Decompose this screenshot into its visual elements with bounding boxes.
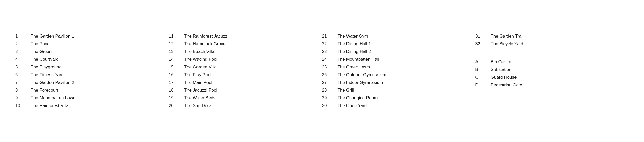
- legend-row: [475, 50, 629, 53]
- legend-label: The Fitness Yard: [31, 72, 64, 77]
- legend-number: 10: [15, 103, 31, 108]
- legend-row: 27The Indoor Gymnasium: [322, 79, 475, 86]
- legend-number: 14: [169, 57, 184, 62]
- legend-number: A: [475, 59, 491, 65]
- legend-row: 15The Garden Villa: [169, 63, 322, 71]
- legend-label: The Mountbatten Hall: [338, 57, 379, 62]
- legend-row: 5The Playground: [15, 63, 169, 71]
- legend-number: 2: [15, 41, 31, 47]
- legend-column-4: 31The Garden Trail32The Bicycle YardABin…: [475, 32, 629, 110]
- legend-label: The Hammock Grove: [184, 41, 226, 47]
- legend-row: 11The Rainforest Jacuzzi: [169, 32, 322, 40]
- legend-row: 8The Forecourt: [15, 86, 169, 94]
- legend-number: 8: [15, 88, 31, 93]
- legend-number: 21: [322, 34, 338, 39]
- legend-row: [475, 53, 629, 56]
- legend-row: 25The Green Lawn: [322, 63, 475, 71]
- legend-label: The Garden Villa: [184, 65, 217, 70]
- legend-number: 16: [169, 72, 184, 77]
- legend-number: 24: [322, 57, 338, 62]
- legend-number: 11: [169, 34, 184, 39]
- legend-label: The Forecourt: [31, 88, 58, 93]
- legend-row: 10The Rainforest Villa: [15, 102, 169, 110]
- legend-number: 27: [322, 80, 338, 85]
- legend-label: The Green Lawn: [338, 65, 370, 70]
- legend-label: The Playground: [31, 65, 62, 70]
- legend-label: The Changing Room: [338, 95, 378, 101]
- legend-number: 19: [169, 95, 184, 101]
- legend-number: 7: [15, 80, 31, 85]
- legend-label: The Green: [31, 49, 52, 54]
- legend-number: 28: [322, 88, 338, 93]
- legend-label: The Beach Villa: [184, 49, 215, 54]
- legend-label: The Water Beds: [184, 95, 215, 101]
- legend-label: The Indoor Gymnasium: [338, 80, 383, 85]
- legend-row: 3The Green: [15, 48, 169, 56]
- legend-label: The Water Gym: [338, 34, 368, 39]
- legend-row: 13The Beach Villa: [169, 48, 322, 56]
- legend-row: ABin Centre: [475, 58, 629, 66]
- legend-label: The Jacuzzi Pool: [184, 88, 217, 93]
- legend-row: 21The Water Gym: [322, 32, 475, 40]
- legend-row: CGuard House: [475, 74, 629, 81]
- legend-number: 29: [322, 95, 338, 101]
- legend-row: BSubstation: [475, 66, 629, 74]
- legend-number: 4: [15, 57, 31, 62]
- legend-number: 5: [15, 65, 31, 70]
- legend-label: The Bicycle Yard: [491, 41, 523, 47]
- legend-label: The Grill: [338, 88, 354, 93]
- legend-label: The Garden Pavilion 2: [31, 80, 74, 85]
- legend-number: 23: [322, 49, 338, 54]
- legend-column-3: 21The Water Gym22The Dining Hall 123The …: [322, 32, 475, 110]
- legend-number: 12: [169, 41, 184, 47]
- legend-row: [475, 48, 629, 50]
- legend-row: 29The Changing Room: [322, 94, 475, 102]
- legend-label: The Dining Hall 2: [338, 49, 371, 54]
- legend-label: The Garden Pavilion 1: [31, 34, 74, 39]
- legend-number: 18: [169, 88, 184, 93]
- legend-number: B: [475, 67, 491, 72]
- legend-label: The Sun Deck: [184, 103, 212, 108]
- legend-row: 1The Garden Pavilion 1: [15, 32, 169, 40]
- legend-number: 1: [15, 34, 31, 39]
- legend-number: 26: [322, 72, 338, 77]
- legend-label: The Open Yard: [338, 103, 367, 108]
- legend-row: 17The Main Pool: [169, 79, 322, 86]
- legend-row: 24The Mountbatten Hall: [322, 56, 475, 63]
- legend-row: 19The Water Beds: [169, 94, 322, 102]
- legend-row: 22The Dining Hall 1: [322, 40, 475, 48]
- legend-row: 18The Jacuzzi Pool: [169, 86, 322, 94]
- legend-label: The Main Pool: [184, 80, 212, 85]
- legend-row: 31The Garden Trail: [475, 32, 629, 40]
- legend-number: 32: [475, 41, 491, 47]
- legend-row: DPedestrian Gate: [475, 81, 629, 89]
- legend-row: 12The Hammock Grove: [169, 40, 322, 48]
- legend-row: 2The Pond: [15, 40, 169, 48]
- legend-number: 9: [15, 95, 31, 101]
- legend-row: 20The Sun Deck: [169, 102, 322, 110]
- legend-row: 23The Dining Hall 2: [322, 48, 475, 56]
- legend-label: Guard House: [491, 75, 517, 80]
- legend-number: 22: [322, 41, 338, 47]
- legend-row: 16The Play Pool: [169, 71, 322, 79]
- legend-number: 3: [15, 49, 31, 54]
- legend-number: 25: [322, 65, 338, 70]
- legend-row: 26The Outdoor Gymnasium: [322, 71, 475, 79]
- legend-row: 9The Mountbatten Lawn: [15, 94, 169, 102]
- legend-number: 6: [15, 72, 31, 77]
- legend-row: 4The Courtyard: [15, 56, 169, 63]
- legend-number: C: [475, 75, 491, 80]
- legend-label: The Pond: [31, 41, 50, 47]
- legend-label: The Dining Hall 1: [338, 41, 371, 47]
- legend-number: 31: [475, 34, 491, 39]
- legend-row: 14The Wading Pool: [169, 56, 322, 63]
- legend-container: 1The Garden Pavilion 12The Pond3The Gree…: [0, 22, 644, 120]
- legend-label: The Outdoor Gymnasium: [338, 72, 387, 77]
- legend-column-2: 11The Rainforest Jacuzzi12The Hammock Gr…: [169, 32, 322, 110]
- legend-number: 30: [322, 103, 338, 108]
- legend-label: The Mountbatten Lawn: [31, 95, 75, 101]
- legend-row: 32The Bicycle Yard: [475, 40, 629, 48]
- legend-row: 6The Fitness Yard: [15, 71, 169, 79]
- legend-label: Bin Centre: [491, 59, 511, 65]
- legend-label: Pedestrian Gate: [491, 83, 522, 88]
